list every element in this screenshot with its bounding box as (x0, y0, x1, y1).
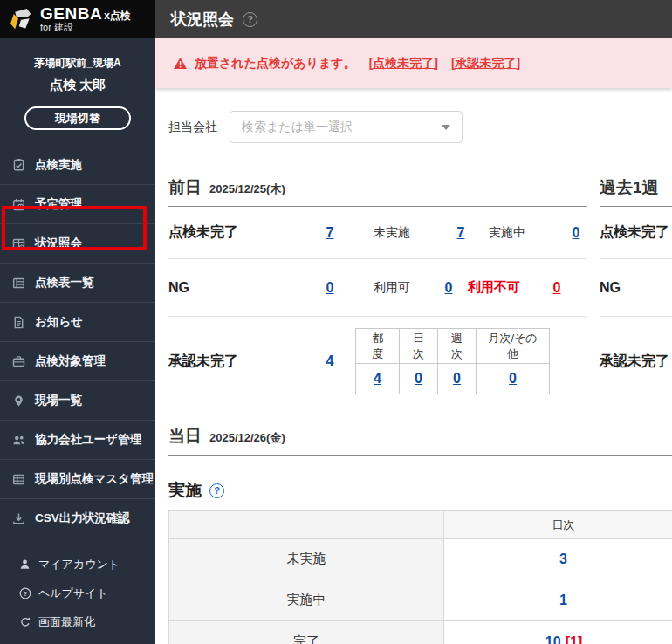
sheet-list-icon (11, 277, 25, 290)
footer-item-label: マイアカウント (38, 557, 120, 572)
alert-banner: 放置された点検があります。 [点検未完了] [承認未完了] (155, 38, 672, 88)
weekly-count-link[interactable]: 0 (449, 371, 466, 387)
user-name: 点検 太郎 (0, 77, 155, 93)
prev-day-ng-row: NG 0 利用可 0 利用不可 0 (168, 259, 587, 317)
past-week-section: 過去1週 点検未完了 NG 承認未完了 (600, 176, 672, 407)
inspection-incomplete-label: 点検未完了 (168, 223, 321, 242)
in-progress-label: 実施中 (489, 225, 539, 241)
sidebar-item-partner-user-management[interactable]: 協力会社ユーザ管理 (0, 420, 155, 459)
clipboard-check-icon (11, 158, 25, 171)
document-icon (11, 316, 25, 329)
brand-name: GENBA (40, 5, 102, 23)
sidebar-item-label: 協力会社ユーザ管理 (35, 432, 141, 448)
sidebar-item-label: 点検対象管理 (35, 353, 106, 369)
prev-day-title: 前日 (168, 176, 202, 199)
sidebar-item-label: 点検表一覧 (35, 275, 94, 291)
not-started-count-link[interactable]: 3 (555, 552, 573, 567)
chevron-down-icon (442, 125, 450, 130)
company-select[interactable]: 検索または単一選択 (230, 111, 463, 143)
page-help-icon[interactable]: ? (243, 12, 257, 27)
sidebar-item-site-master-management[interactable]: 現場別点検マスタ管理 (0, 459, 155, 498)
prev-day-approval-row: 承認未完了 4 都 度 日 次 週 次 月次/その 他 4 0 0 (168, 317, 587, 405)
footer-item-label: ヘルプサイト (38, 586, 108, 601)
execution-help-icon[interactable]: ? (209, 483, 224, 498)
col-header-daily: 日 次 (400, 329, 438, 364)
sidebar-item-label: 状況照会 (35, 236, 82, 251)
execution-table: 日次 未実施 3 実施中 1 完了 10[1] (168, 510, 672, 644)
sidebar-item-my-account[interactable]: マイアカウント (18, 550, 155, 579)
sidebar-item-help-site[interactable]: ? ヘルプサイト (18, 579, 155, 607)
sidebar-item-label: CSV出力状況確認 (35, 510, 130, 526)
sidebar-item-site-list[interactable]: 現場一覧 (0, 380, 155, 420)
ng-count-link[interactable]: 0 (321, 280, 339, 296)
brand-sub: for 建設 (40, 23, 131, 33)
monthly-other-count-link[interactable]: 0 (504, 371, 522, 387)
genba-hexagon-logo-icon (8, 6, 34, 32)
question-circle-icon: ? (18, 587, 31, 599)
sidebar-item-screen-refresh[interactable]: 画面最新化 (18, 607, 155, 636)
sidebar-item-status-inquiry[interactable]: 状況照会 (0, 223, 155, 263)
alert-message: 放置された点検があります。 (195, 56, 356, 72)
page-title: 状況照会 (171, 9, 234, 30)
unusable-count-link[interactable]: 0 (548, 280, 566, 296)
completed-count-link[interactable]: 10 (545, 634, 562, 644)
location-pin-icon (11, 394, 25, 408)
table-row: 未実施 3 (169, 539, 672, 579)
not-started-label: 未実施 (374, 225, 424, 241)
page-header: 状況照会 ? (155, 0, 672, 38)
table-row: 完了 10[1] (169, 621, 672, 644)
ng-label: NG (168, 280, 321, 296)
today-title: 当日 (168, 425, 202, 448)
col-header-daily: 日次 (444, 511, 672, 539)
empty-corner-cell (169, 511, 444, 539)
not-started-count-link[interactable]: 7 (452, 225, 470, 241)
col-header-weekly: 週 次 (438, 329, 477, 364)
sidebar-item-target-management[interactable]: 点検対象管理 (0, 341, 155, 380)
usable-label: 利用可 (374, 280, 412, 296)
sidebar-item-schedule[interactable]: 予定管理 (0, 184, 155, 223)
in-progress-row-label: 実施中 (169, 579, 444, 621)
person-icon (18, 558, 31, 570)
unusable-label: 利用不可 (468, 279, 520, 296)
col-header-spot: 都 度 (356, 329, 400, 364)
footer-item-label: 画面最新化 (38, 614, 95, 630)
warning-triangle-icon (173, 57, 188, 70)
alert-link-inspection-incomplete[interactable]: [点検未完了] (369, 56, 438, 72)
sidebar-item-sheet-list[interactable]: 点検表一覧 (0, 263, 155, 302)
main-area: 状況照会 ? 放置された点検があります。 [点検未完了] [承認未完了] 担当会… (155, 0, 672, 644)
prev-day-inspection-row: 点検未完了 7 未実施 7 実施中 0 (168, 207, 587, 259)
grid-table-icon (11, 473, 25, 486)
sidebar-item-label: 現場一覧 (35, 393, 82, 408)
past-week-inspection-row: 点検未完了 (600, 207, 672, 259)
sidebar-item-csv-export-status[interactable]: CSV出力状況確認 (0, 498, 155, 538)
approval-breakdown-table: 都 度 日 次 週 次 月次/その 他 4 0 0 0 (355, 328, 550, 394)
sidebar-item-inspection-run[interactable]: 点検実施 (0, 145, 155, 184)
site-switch-button[interactable]: 現場切替 (24, 106, 131, 130)
spot-count-link[interactable]: 4 (369, 371, 387, 387)
sidebar-item-notices[interactable]: お知らせ (0, 302, 155, 341)
status-table-icon (11, 237, 25, 250)
sidebar-item-label: 予定管理 (35, 196, 82, 212)
svg-text:?: ? (23, 589, 27, 597)
prev-day-date: 2025/12/25(木) (209, 182, 285, 197)
approval-incomplete-count-link[interactable]: 4 (321, 353, 339, 369)
sidebar-item-label: 現場別点検マスタ管理 (35, 471, 154, 487)
alert-link-approval-incomplete[interactable]: [承認未完了] (451, 56, 520, 72)
not-started-row-label: 未実施 (169, 539, 444, 579)
today-date: 2025/12/26(金) (209, 430, 285, 446)
briefcase-icon (11, 355, 25, 368)
in-progress-count-link[interactable]: 0 (567, 225, 585, 241)
users-icon (11, 434, 25, 447)
daily-count-link[interactable]: 0 (410, 371, 428, 387)
company-filter-label: 担当会社 (168, 120, 217, 135)
filter-row: 担当会社 検索または単一選択 (168, 111, 672, 143)
download-icon (11, 512, 25, 525)
sidebar-footer-menu: マイアカウント ? ヘルプサイト 画面最新化 (0, 550, 155, 636)
completed-flagged-count-link[interactable]: [1] (566, 634, 583, 644)
usable-count-link[interactable]: 0 (440, 280, 457, 296)
sidebar-item-label: 点検実施 (35, 157, 82, 173)
inspection-incomplete-count-link[interactable]: 7 (321, 225, 339, 241)
in-progress-count-link[interactable]: 1 (555, 593, 573, 608)
site-name: 茅場町駅前_現場A (0, 56, 155, 71)
approval-incomplete-label: 承認未完了 (600, 353, 669, 371)
